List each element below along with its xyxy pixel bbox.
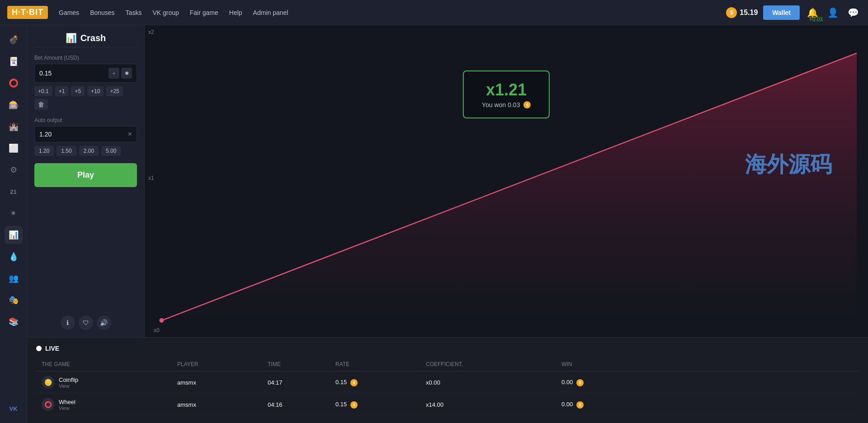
col-time: TIME — [268, 361, 335, 367]
nav-tasks[interactable]: Tasks — [126, 9, 142, 16]
auto-output-input-wrap: × — [34, 126, 137, 142]
game-title: 📊 Crash — [34, 33, 137, 47]
sidebar-icon-cards[interactable]: 🃏 — [5, 52, 23, 70]
col-win: WIN — [561, 361, 854, 367]
rate-0: 0.15 $ — [335, 379, 426, 386]
balance-change: +0.03 — [809, 16, 823, 23]
sidebar-icon-people[interactable]: 👥 — [5, 269, 23, 287]
win-1: 0.00 $ — [561, 401, 854, 409]
time-1: 04:16 — [268, 401, 335, 408]
table-header: THE GAME PLAYER TIME RATE Coefficient. W… — [36, 357, 859, 371]
chat-icon[interactable]: 💬 — [846, 5, 861, 20]
win-multiplier: x1.21 — [482, 80, 531, 99]
main-layout: 💣 🃏 ⭕ 🎰 🏰 ⬜ ⚙ 21 ✴ 📊 💧 👥 🎭 📚 VK 📊 Crash — [0, 25, 868, 423]
win-coin-1: $ — [576, 401, 584, 409]
win-text: You won 0.03 $ — [482, 101, 531, 108]
quick-bet-1[interactable]: +1 — [55, 86, 69, 96]
nav-bonuses[interactable]: Bonuses — [90, 9, 114, 16]
sidebar-icon-stack[interactable]: 📚 — [5, 313, 23, 331]
game-cell-0: 🪙 Coinflip View — [42, 376, 177, 389]
sidebar-icon-spin[interactable]: ✴ — [5, 204, 23, 222]
nav-fairgame[interactable]: Fair game — [190, 9, 218, 16]
game-view-0[interactable]: View — [59, 383, 78, 389]
sidebar-icon-drop[interactable]: 💧 — [5, 248, 23, 266]
auto-presets: 1.20 1.50 2.00 5.00 — [34, 146, 137, 156]
rate-coin-0: $ — [350, 379, 358, 386]
divide-button[interactable]: ÷ — [108, 68, 119, 79]
volume-button[interactable]: 🔊 — [97, 315, 111, 330]
sidebar-icon-21[interactable]: 21 — [5, 183, 23, 201]
quick-bets: +0.1 +1 +5 +10 +25 🗑 — [34, 86, 137, 110]
sidebar-icon-chips[interactable]: 🎰 — [5, 96, 23, 114]
info-button[interactable]: ℹ — [61, 315, 75, 330]
sidebar-icon-chart[interactable]: 📊 — [5, 226, 23, 244]
bet-input-wrap: ÷ ✱ — [34, 64, 137, 83]
quick-bet-5[interactable]: +5 — [71, 86, 85, 96]
rate-1: 0.15 $ — [335, 401, 426, 409]
content-area: 📊 Crash Bet Amount (USD) ÷ ✱ +0.1 +1 — [27, 25, 868, 423]
bet-amount-section: Bet Amount (USD) ÷ ✱ +0.1 +1 +5 +10 +25 — [34, 55, 137, 110]
win-coin-icon: $ — [524, 101, 531, 108]
live-table: THE GAME PLAYER TIME RATE Coefficient. W… — [36, 357, 859, 416]
quick-bet-25[interactable]: +25 — [106, 86, 123, 96]
player-1: amsmx — [177, 401, 268, 408]
rate-coin-1: $ — [350, 401, 358, 409]
watermark: 海外源码 — [745, 150, 832, 179]
nav-vkgroup[interactable]: VK group — [152, 9, 179, 16]
nav-help[interactable]: Help — [229, 9, 242, 16]
quick-bet-10[interactable]: +10 — [87, 86, 104, 96]
user-icon[interactable]: 👤 — [826, 5, 840, 20]
win-0: 0.00 $ — [561, 379, 854, 386]
wheel-icon: ⭕ — [42, 398, 54, 411]
game-cell-1: ⭕ Wheel View — [42, 398, 177, 411]
game-view-1[interactable]: View — [59, 405, 75, 411]
game-name-1: Wheel — [59, 399, 75, 405]
nav-right: $ 15.19 Wallet 🔔 👤 💬 — [726, 5, 861, 20]
shield-button[interactable]: 🛡 — [79, 315, 93, 330]
preset-120[interactable]: 1.20 — [34, 146, 54, 156]
delete-button[interactable]: 🗑 — [34, 99, 48, 110]
logo[interactable]: H∙T∙BIT — [7, 6, 48, 19]
time-0: 04:17 — [268, 379, 335, 386]
chart-x-label: x0 — [154, 327, 160, 334]
preset-500[interactable]: 5.00 — [101, 146, 121, 156]
col-coefficient: Coefficient. — [426, 361, 561, 367]
clear-button[interactable]: × — [128, 130, 132, 138]
chart-y-mid: x1 — [148, 175, 154, 181]
crash-layout: 📊 Crash Bet Amount (USD) ÷ ✱ +0.1 +1 — [27, 25, 868, 337]
nav-adminpanel[interactable]: Admin panel — [253, 9, 288, 16]
bet-amount-label: Bet Amount (USD) — [34, 55, 137, 61]
bet-input-actions: ÷ ✱ — [108, 68, 132, 79]
sidebar-icon-circle[interactable]: ⭕ — [5, 74, 23, 92]
chart-bar-icon: 📊 — [66, 33, 77, 43]
sidebar-icon-settings[interactable]: ⚙ — [5, 161, 23, 179]
preset-200[interactable]: 2.00 — [79, 146, 99, 156]
sidebar-icon-tower[interactable]: 🏰 — [5, 118, 23, 136]
bet-amount-input[interactable] — [39, 70, 85, 77]
bet-panel: 📊 Crash Bet Amount (USD) ÷ ✱ +0.1 +1 — [27, 25, 145, 337]
auto-output-input[interactable] — [39, 131, 85, 138]
sidebar-icon-board[interactable]: ⬜ — [5, 139, 23, 157]
sidebar-icon-bomb[interactable]: 💣 — [5, 31, 23, 49]
left-sidebar: 💣 🃏 ⭕ 🎰 🏰 ⬜ ⚙ 21 ✴ 📊 💧 👥 🎭 📚 VK — [0, 25, 27, 423]
table-row: ⭕ Wheel View amsmx 04:16 0.15 $ x14.00 — [36, 394, 859, 416]
sidebar-icon-mask[interactable]: 🎭 — [5, 291, 23, 309]
balance-amount: 15.19 — [740, 9, 758, 17]
sidebar-vk[interactable]: VK — [5, 400, 23, 418]
play-button[interactable]: Play — [34, 163, 137, 187]
col-rate: RATE — [335, 361, 426, 367]
coinflip-icon: 🪙 — [42, 376, 54, 389]
game-name-0: Coinflip — [59, 376, 78, 383]
player-0: amsmx — [177, 379, 268, 386]
wallet-button[interactable]: Wallet — [763, 5, 800, 20]
preset-150[interactable]: 1.50 — [57, 146, 76, 156]
nav-games[interactable]: Games — [59, 9, 79, 16]
auto-output-section: Auto output × 1.20 1.50 2.00 5.00 — [34, 117, 137, 156]
crash-chart: x2 x1 x0 — [145, 25, 868, 337]
quick-bet-01[interactable]: +0.1 — [34, 86, 52, 96]
multiply-button[interactable]: ✱ — [121, 68, 132, 79]
live-label: LIVE — [45, 345, 59, 352]
win-popup: x1.21 You won 0.03 $ — [463, 70, 550, 118]
balance-display: $ 15.19 — [726, 7, 758, 18]
chart-y-top: x2 — [148, 29, 154, 35]
